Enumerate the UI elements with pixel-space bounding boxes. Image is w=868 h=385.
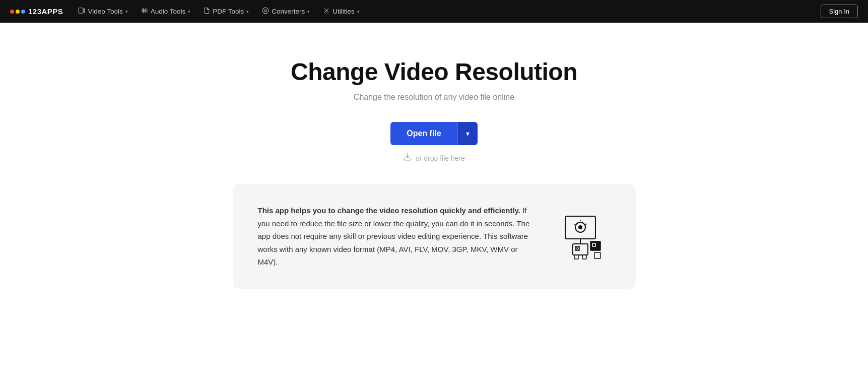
nav-item-converters[interactable]: Converters ▾ bbox=[256, 4, 316, 19]
nav-label-utilities: Utilities bbox=[332, 8, 355, 15]
svg-rect-25 bbox=[594, 252, 600, 259]
info-illustration bbox=[550, 211, 611, 262]
open-file-button[interactable]: Open file bbox=[390, 122, 457, 145]
chevron-utilities: ▾ bbox=[357, 9, 360, 14]
signin-button[interactable]: Sign In bbox=[821, 5, 858, 18]
chevron-audio-tools: ▾ bbox=[188, 9, 190, 14]
logo-text: 123APPS bbox=[28, 7, 63, 16]
info-box: This app helps you to change the video r… bbox=[233, 184, 636, 289]
dot-yellow bbox=[16, 10, 20, 14]
nav-menu: Video Tools ▾ Audio Tools ▾ PDF Tools ▾ bbox=[72, 4, 816, 19]
dot-red bbox=[10, 10, 14, 14]
open-file-dropdown-button[interactable]: ▾ bbox=[457, 122, 478, 145]
dot-blue bbox=[21, 10, 25, 14]
audio-tools-icon bbox=[141, 7, 148, 16]
svg-marker-1 bbox=[83, 9, 85, 13]
info-description: This app helps you to change the video r… bbox=[258, 204, 530, 269]
page-subtitle: Change the resolution of any video file … bbox=[354, 93, 514, 102]
nav-item-video-tools[interactable]: Video Tools ▾ bbox=[72, 4, 133, 19]
svg-rect-0 bbox=[79, 8, 84, 14]
nav-item-pdf-tools[interactable]: PDF Tools ▾ bbox=[197, 4, 255, 19]
nav-item-audio-tools[interactable]: Audio Tools ▾ bbox=[135, 4, 197, 19]
converters-icon bbox=[262, 7, 269, 16]
main-content: Change Video Resolution Change the resol… bbox=[0, 23, 868, 385]
chevron-down-icon: ▾ bbox=[466, 130, 470, 138]
svg-point-13 bbox=[578, 225, 582, 229]
nav-label-video-tools: Video Tools bbox=[88, 8, 122, 15]
open-file-area: Open file ▾ or drop file here bbox=[390, 122, 477, 164]
chevron-pdf-tools: ▾ bbox=[246, 9, 249, 14]
svg-rect-27 bbox=[582, 255, 586, 259]
svg-line-15 bbox=[574, 224, 575, 225]
info-text-content: This app helps you to change the video r… bbox=[258, 206, 530, 266]
page-title: Change Video Resolution bbox=[291, 58, 577, 86]
nav-label-pdf-tools: PDF Tools bbox=[213, 8, 244, 15]
svg-point-7 bbox=[262, 8, 269, 14]
svg-rect-26 bbox=[574, 255, 578, 259]
video-tools-icon bbox=[78, 7, 85, 16]
download-icon bbox=[403, 152, 412, 164]
nav-label-converters: Converters bbox=[272, 8, 305, 15]
drop-hint-area: or drop file here bbox=[403, 152, 465, 164]
svg-line-16 bbox=[585, 224, 587, 225]
chevron-video-tools: ▾ bbox=[125, 9, 128, 14]
nav-label-audio-tools: Audio Tools bbox=[151, 8, 186, 15]
open-file-button-group: Open file ▾ bbox=[390, 122, 477, 145]
drop-hint-text: or drop file here bbox=[416, 154, 465, 162]
chevron-converters: ▾ bbox=[307, 9, 310, 14]
pdf-tools-icon bbox=[204, 7, 210, 16]
navbar: 123APPS Video Tools ▾ Audio Tools ▾ bbox=[0, 0, 868, 23]
logo[interactable]: 123APPS bbox=[10, 7, 63, 16]
logo-dots bbox=[10, 10, 25, 14]
utilities-icon bbox=[323, 7, 330, 16]
nav-item-utilities[interactable]: Utilities ▾ bbox=[317, 4, 366, 19]
